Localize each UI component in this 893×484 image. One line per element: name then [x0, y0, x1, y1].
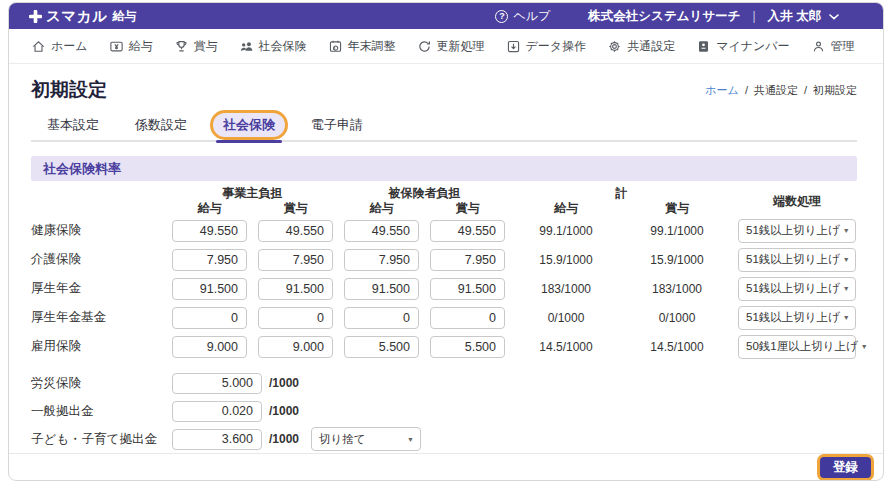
employment-employer-salary-input[interactable]: [172, 336, 247, 358]
fund-employer-salary-input[interactable]: [172, 307, 247, 329]
breadcrumb-separator: /: [745, 84, 748, 96]
admin-person-icon: [811, 39, 826, 54]
rate-table-header: 事業主負担 被保険者負担 計 端数処理 給与 賞与 給与 賞与 給与 賞与: [31, 186, 857, 216]
pension-employer-bonus-input[interactable]: [258, 278, 333, 300]
health-rounding-select[interactable]: 51銭以上切り上げ: [738, 219, 856, 243]
employment-rounding-select[interactable]: 50銭1厘以上切り上げ: [738, 335, 856, 359]
social-insurance-people-icon: [239, 39, 254, 54]
table-row-health-insurance: 健康保険 99.1/1000 99.1/1000 51銭以上切り上げ: [31, 216, 857, 245]
plus-logo-icon: [29, 10, 42, 23]
row-label: 介護保険: [31, 251, 161, 268]
table-row-child-contribution: 子ども・子育て拠出金 /1000 切り捨て: [31, 425, 857, 453]
subheader-salary: 給与: [516, 200, 616, 217]
column-rounding: 端数処理: [738, 193, 856, 210]
help-question-icon: [495, 10, 508, 23]
accident-rate-input[interactable]: [172, 373, 262, 394]
main-navigation: ホーム 給与 賞与 社会保険 年末調整 更新処理 データ操作 共通設定: [9, 29, 883, 64]
pension-insured-salary-input[interactable]: [344, 278, 419, 300]
nav-item-common-settings[interactable]: 共通設定: [607, 38, 675, 55]
table-row-pension-fund: 厚生年金基金 0/1000 0/1000 51銭以上切り上げ: [31, 303, 857, 332]
home-icon: [31, 39, 46, 54]
subheader-salary: 給与: [172, 200, 247, 217]
pension-rounding-select[interactable]: 51銭以上切り上げ: [738, 277, 856, 301]
nursing-employer-salary-input[interactable]: [172, 249, 247, 271]
employment-total-salary: 14.5/1000: [516, 340, 616, 354]
logo-product-text: 給与: [112, 8, 136, 25]
help-menu[interactable]: ヘルプ: [495, 8, 550, 25]
nursing-insured-salary-input[interactable]: [344, 249, 419, 271]
per-mille-unit: /1000: [269, 432, 302, 446]
pension-employer-salary-input[interactable]: [172, 278, 247, 300]
nav-item-social-insurance[interactable]: 社会保険: [239, 38, 307, 55]
row-label: 雇用保険: [31, 338, 161, 355]
pension-insured-bonus-input[interactable]: [430, 278, 505, 300]
employment-employer-bonus-input[interactable]: [258, 336, 333, 358]
employment-insured-bonus-input[interactable]: [430, 336, 505, 358]
top-bar: スマカル 給与 ヘルプ 株式会社システムリサーチ | 入井 太郎: [9, 3, 883, 29]
nursing-employer-bonus-input[interactable]: [258, 249, 333, 271]
year-end-adjustment-icon: [328, 39, 343, 54]
fund-rounding-select[interactable]: 51銭以上切り上げ: [738, 306, 856, 330]
nav-item-year-end-adjustment[interactable]: 年末調整: [328, 38, 396, 55]
data-operation-icon: [506, 39, 521, 54]
settings-tabs: 基本設定 係数設定 社会保険 電子申請: [31, 113, 857, 142]
table-row-nursing-insurance: 介護保険 15.9/1000 15.9/1000 51銭以上切り上げ: [31, 245, 857, 274]
row-label: 一般拠出金: [31, 403, 161, 420]
nursing-rounding-select[interactable]: 51銭以上切り上げ: [738, 248, 856, 272]
fund-insured-salary-input[interactable]: [344, 307, 419, 329]
subheader-bonus: 賞与: [430, 200, 505, 217]
health-total-bonus: 99.1/1000: [627, 224, 727, 238]
user-menu[interactable]: 入井 太郎: [768, 8, 839, 25]
subheader-salary: 給与: [344, 200, 419, 217]
row-label: 厚生年金: [31, 280, 161, 297]
nursing-insured-bonus-input[interactable]: [430, 249, 505, 271]
breadcrumb-common-settings-link[interactable]: 共通設定: [754, 83, 798, 98]
nav-item-my-number[interactable]: マイナンバー: [696, 38, 789, 55]
my-number-card-icon: [696, 39, 711, 54]
logo-brand-text: スマカル: [46, 7, 107, 26]
row-label: 健康保険: [31, 222, 161, 239]
pension-total-bonus: 183/1000: [627, 282, 727, 296]
table-row-employment-insurance: 雇用保険 14.5/1000 14.5/1000 50銭1厘以上切り上げ: [31, 332, 857, 361]
tab-social-insurance[interactable]: 社会保険: [213, 113, 285, 137]
nav-item-home[interactable]: ホーム: [31, 38, 88, 55]
tab-basic-settings[interactable]: 基本設定: [37, 113, 109, 137]
general-contribution-input[interactable]: [172, 401, 262, 422]
health-insured-bonus-input[interactable]: [430, 220, 505, 242]
health-employer-bonus-input[interactable]: [258, 220, 333, 242]
breadcrumb-home-link[interactable]: ホーム: [705, 83, 739, 98]
nav-item-payroll[interactable]: 給与: [109, 38, 153, 55]
health-total-salary: 99.1/1000: [516, 224, 616, 238]
breadcrumb-current: 初期設定: [813, 83, 857, 98]
nav-item-admin[interactable]: 管理: [811, 38, 855, 55]
employment-insured-salary-input[interactable]: [344, 336, 419, 358]
nav-item-bonus[interactable]: 賞与: [174, 38, 218, 55]
per-mille-unit: /1000: [269, 376, 302, 390]
app-window: スマカル 給与 ヘルプ 株式会社システムリサーチ | 入井 太郎 ホーム: [8, 2, 884, 481]
child-contribution-input[interactable]: [172, 429, 262, 450]
nav-item-data-operation[interactable]: データ操作: [506, 38, 587, 55]
help-label: ヘルプ: [513, 8, 550, 25]
page-footer: 登録: [9, 453, 883, 480]
row-label: 子ども・子育て拠出金: [31, 431, 161, 448]
tab-electronic-application[interactable]: 電子申請: [301, 113, 373, 137]
table-row-welfare-pension: 厚生年金 183/1000 183/1000 51銭以上切り上げ: [31, 274, 857, 303]
health-employer-salary-input[interactable]: [172, 220, 247, 242]
child-contribution-rounding-select[interactable]: 切り捨て: [311, 427, 421, 451]
table-row-workers-accident-insurance: 労災保険 /1000: [31, 369, 857, 397]
employment-total-bonus: 14.5/1000: [627, 340, 727, 354]
common-settings-gear-icon: [607, 39, 622, 54]
user-name: 入井 太郎: [768, 8, 821, 25]
health-insured-salary-input[interactable]: [344, 220, 419, 242]
per-mille-unit: /1000: [269, 404, 302, 418]
section-title-social-insurance-rates: 社会保険料率: [31, 156, 857, 181]
register-button[interactable]: 登録: [820, 457, 871, 478]
nav-item-update-process[interactable]: 更新処理: [417, 38, 485, 55]
breadcrumb: ホーム / 共通設定 / 初期設定: [705, 83, 857, 98]
tab-coefficient-settings[interactable]: 係数設定: [125, 113, 197, 137]
nursing-total-salary: 15.9/1000: [516, 253, 616, 267]
fund-employer-bonus-input[interactable]: [258, 307, 333, 329]
breadcrumb-separator: /: [804, 84, 807, 96]
subheader-bonus: 賞与: [258, 200, 333, 217]
fund-insured-bonus-input[interactable]: [430, 307, 505, 329]
